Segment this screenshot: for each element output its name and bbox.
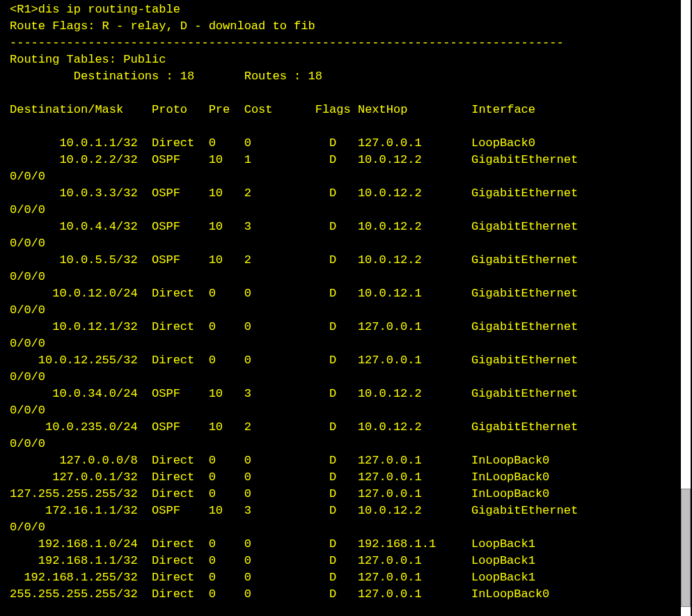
column-headers: Destination/Mask Proto Pre Cost Flags Ne… xyxy=(10,103,535,116)
routing-tables-header: Routing Tables: Public xyxy=(10,53,166,66)
summary-line: Destinations : 18 Routes : 18 xyxy=(10,70,322,83)
terminal-output[interactable]: <R1>dis ip routing-table Route Flags: R … xyxy=(0,0,675,616)
separator-line: ----------------------------------------… xyxy=(10,36,564,49)
prompt-prefix: <R1> xyxy=(10,3,38,16)
scrollbar-thumb[interactable] xyxy=(681,489,691,607)
command-text: dis ip routing-table xyxy=(38,3,180,16)
routes-body: 10.0.1.1/32 Direct 0 0 D 127.0.0.1 LoopB… xyxy=(10,136,578,601)
route-flags-line: Route Flags: R - relay, D - download to … xyxy=(10,19,315,33)
